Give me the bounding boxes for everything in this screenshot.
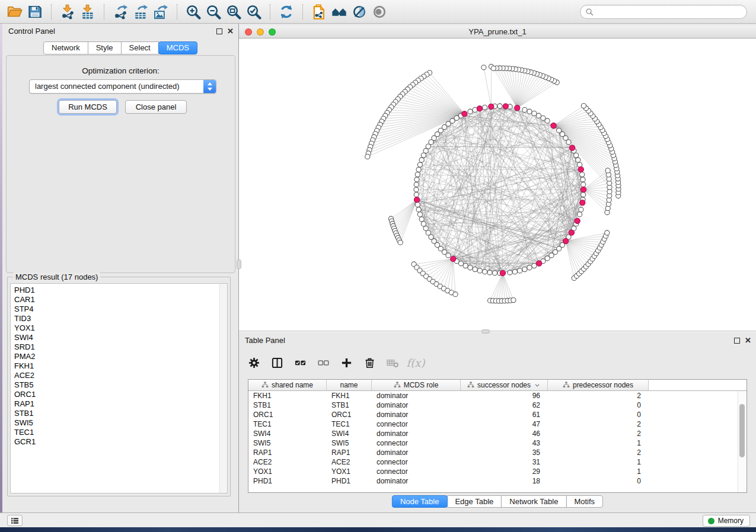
- mcds-result-item[interactable]: TEC1: [11, 428, 227, 437]
- network-node[interactable]: [450, 118, 455, 123]
- network-mcds-node[interactable]: [551, 123, 556, 128]
- network-node[interactable]: [545, 118, 550, 123]
- delete-table-button[interactable]: [386, 356, 399, 369]
- network-node[interactable]: [429, 235, 433, 239]
- export-image-button[interactable]: [151, 2, 171, 21]
- cell-name[interactable]: ORC1: [327, 410, 372, 419]
- cell-successor-nodes[interactable]: 61: [461, 410, 548, 419]
- mcds-result-item[interactable]: PHD1: [11, 286, 227, 295]
- cell-shared-name[interactable]: ORC1: [248, 410, 327, 419]
- add-button[interactable]: [340, 356, 353, 369]
- network-node[interactable]: [536, 113, 541, 118]
- optimization-select[interactable]: largest connected component (undirected): [29, 79, 216, 94]
- float-window-icon[interactable]: [216, 28, 222, 34]
- zoom-in-button[interactable]: [183, 2, 203, 21]
- network-node[interactable]: [522, 107, 527, 112]
- network-mcds-node[interactable]: [580, 200, 585, 206]
- network-node[interactable]: [578, 212, 582, 217]
- network-mcds-node[interactable]: [414, 197, 420, 203]
- network-node[interactable]: [414, 187, 419, 192]
- cell-mcds-role[interactable]: connector: [372, 467, 461, 476]
- network-node[interactable]: [421, 222, 426, 226]
- search-input[interactable]: [597, 8, 742, 16]
- network-node[interactable]: [468, 265, 473, 270]
- table-row[interactable]: ORC1ORC1dominator610: [248, 410, 738, 419]
- cell-predecessor-nodes[interactable]: 2: [548, 391, 649, 400]
- network-node[interactable]: [421, 153, 426, 158]
- cell-mcds-role[interactable]: connector: [372, 457, 461, 467]
- zoom-out-button[interactable]: [203, 2, 224, 21]
- table-row[interactable]: TEC1TEC1connector472: [248, 419, 738, 429]
- network-node[interactable]: [415, 172, 420, 177]
- network-mcds-node[interactable]: [575, 218, 580, 223]
- cell-shared-name[interactable]: SWI5: [248, 438, 327, 448]
- mcds-result-item[interactable]: FKH1: [11, 361, 227, 371]
- columns-button[interactable]: [270, 356, 283, 369]
- cell-shared-name[interactable]: YOX1: [248, 467, 327, 476]
- memory-button[interactable]: Memory: [703, 515, 750, 527]
- gear-button[interactable]: [247, 356, 260, 369]
- network-node[interactable]: [414, 192, 419, 197]
- cell-name[interactable]: ACE2: [327, 457, 372, 467]
- network-node[interactable]: [527, 109, 532, 114]
- network-node[interactable]: [545, 256, 550, 261]
- table-row[interactable]: SWI4SWI4dominator462: [248, 429, 738, 438]
- mcds-result-item[interactable]: ACE2: [11, 371, 227, 380]
- network-node[interactable]: [522, 267, 527, 272]
- network-leaf-node[interactable]: [481, 65, 486, 70]
- network-mcds-node[interactable]: [578, 166, 583, 172]
- refresh-button[interactable]: [276, 2, 296, 21]
- mcds-list-scrollbar[interactable]: [219, 284, 227, 493]
- network-node[interactable]: [426, 230, 430, 235]
- run-mcds-button[interactable]: Run MCDS: [59, 100, 117, 114]
- network-node[interactable]: [508, 270, 512, 275]
- tab-select[interactable]: Select: [121, 41, 159, 55]
- cell-successor-nodes[interactable]: 18: [461, 476, 548, 486]
- cell-successor-nodes[interactable]: 46: [461, 429, 548, 438]
- network-node[interactable]: [532, 111, 537, 116]
- cell-shared-name[interactable]: FKH1: [248, 391, 327, 400]
- close-panel-button[interactable]: Close panel: [125, 100, 187, 114]
- deselect-all-button[interactable]: [317, 356, 330, 369]
- mcds-result-item[interactable]: SWI5: [11, 418, 227, 428]
- network-leaf-node[interactable]: [491, 66, 496, 70]
- mcds-result-item[interactable]: YOX1: [11, 323, 227, 333]
- cell-name[interactable]: STB1: [327, 400, 372, 410]
- network-mcds-node[interactable]: [503, 104, 508, 109]
- cell-shared-name[interactable]: STB1: [248, 400, 327, 410]
- import-table-button[interactable]: [78, 2, 98, 21]
- network-node[interactable]: [416, 207, 421, 212]
- cell-mcds-role[interactable]: dominator: [372, 476, 461, 486]
- network-node[interactable]: [574, 153, 579, 158]
- trash-button[interactable]: [363, 356, 376, 369]
- fx-button[interactable]: f(x): [409, 356, 422, 369]
- table-scrollbar-track[interactable]: [738, 391, 747, 492]
- network-node[interactable]: [580, 177, 585, 182]
- cell-predecessor-nodes[interactable]: 0: [548, 410, 649, 419]
- cell-successor-nodes[interactable]: 96: [461, 391, 548, 400]
- network-node[interactable]: [566, 140, 571, 145]
- cell-successor-nodes[interactable]: 31: [461, 457, 548, 467]
- network-node[interactable]: [458, 261, 463, 266]
- zoom-selected-button[interactable]: [244, 2, 264, 21]
- network-node[interactable]: [419, 217, 424, 222]
- network-leaf-node[interactable]: [511, 298, 516, 303]
- network-node[interactable]: [473, 267, 477, 272]
- network-mcds-node[interactable]: [569, 230, 574, 235]
- column-header-predecessor-nodes[interactable]: predecessor nodes: [548, 380, 649, 390]
- cell-predecessor-nodes[interactable]: 2: [548, 419, 649, 429]
- network-leaf-node[interactable]: [453, 292, 458, 297]
- close-panel-icon[interactable]: [227, 28, 234, 34]
- import-network-button[interactable]: [58, 2, 78, 21]
- cell-name[interactable]: TEC1: [327, 419, 372, 429]
- network-mcds-node[interactable]: [515, 105, 520, 111]
- export-table-button[interactable]: [130, 2, 151, 21]
- task-history-button[interactable]: [7, 515, 23, 526]
- cell-successor-nodes[interactable]: 47: [461, 419, 548, 429]
- column-header-successor-nodes[interactable]: successor nodes: [461, 380, 548, 390]
- cell-shared-name[interactable]: RAP1: [248, 448, 327, 457]
- network-mcds-node[interactable]: [563, 238, 569, 243]
- network-mcds-node[interactable]: [570, 145, 575, 150]
- table-row[interactable]: FKH1FKH1dominator962: [248, 391, 738, 400]
- network-mcds-node[interactable]: [477, 106, 482, 111]
